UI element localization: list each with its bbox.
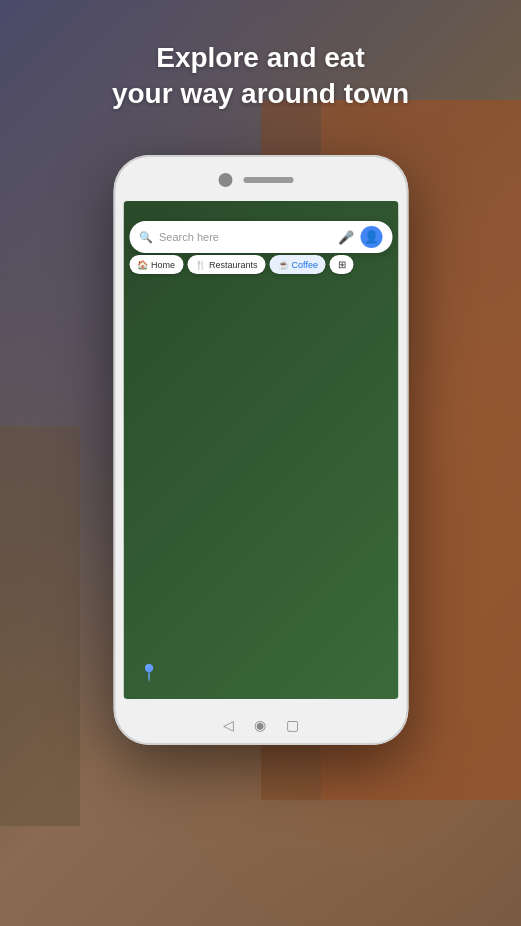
home-chip-icon: 🏠 xyxy=(137,260,148,270)
card-partial-bg xyxy=(378,574,392,654)
home-button[interactable]: ◉ xyxy=(254,717,266,733)
category-chips: 🏠 Home 🍴 Restaurants ☕ Coffee ⊞ xyxy=(123,255,398,274)
phone-speaker xyxy=(243,177,293,183)
chip-coffee[interactable]: ☕ Coffee xyxy=(270,255,326,274)
phone-camera xyxy=(218,173,232,187)
explore-card-partial xyxy=(378,574,392,654)
search-bar-container: 🔍 Search here 🎤 👤 xyxy=(123,217,398,257)
coffee-chip-icon: ☕ xyxy=(278,260,289,270)
search-placeholder: Search here xyxy=(159,231,332,243)
explore-nav-icon: 📍 xyxy=(139,663,159,682)
restaurants-chip-icon: 🍴 xyxy=(195,260,206,270)
back-button[interactable]: ◁ xyxy=(223,717,234,733)
mic-icon[interactable]: 🎤 xyxy=(338,230,354,245)
home-chip-label: Home xyxy=(151,260,175,270)
search-input-row[interactable]: 🔍 Search here 🎤 👤 xyxy=(129,221,392,253)
phone-screen: ▲ 12:30 W 18th St xyxy=(123,201,398,699)
header-line1: Explore and eat xyxy=(156,42,365,73)
restaurants-chip-label: Restaurants xyxy=(209,260,258,270)
phone-bottom-bar: ◁ ◉ ▢ xyxy=(223,717,299,733)
bg-building-left xyxy=(0,426,80,826)
recent-button[interactable]: ▢ xyxy=(286,717,299,733)
chip-home[interactable]: 🏠 Home xyxy=(129,255,183,274)
phone-frame: ▲ 12:30 W 18th St xyxy=(113,155,408,745)
explore-cards: Spanish restaurants Dive bars xyxy=(129,574,392,654)
header-title: Explore and eat your way around town xyxy=(0,40,521,113)
search-icon: 🔍 xyxy=(139,231,153,244)
chip-restaurants[interactable]: 🍴 Restaurants xyxy=(187,255,266,274)
coffee-chip-label: Coffee xyxy=(292,260,318,270)
header-line2: your way around town xyxy=(112,78,409,109)
chip-more[interactable]: ⊞ xyxy=(330,255,354,274)
user-avatar[interactable]: 👤 xyxy=(360,226,382,248)
avatar-icon: 👤 xyxy=(364,230,379,244)
explore-section: Explore Chelsea › Spanish restaurants Di… xyxy=(123,542,398,658)
more-chip-icon: ⊞ xyxy=(338,259,346,270)
header: Explore and eat your way around town xyxy=(0,40,521,113)
